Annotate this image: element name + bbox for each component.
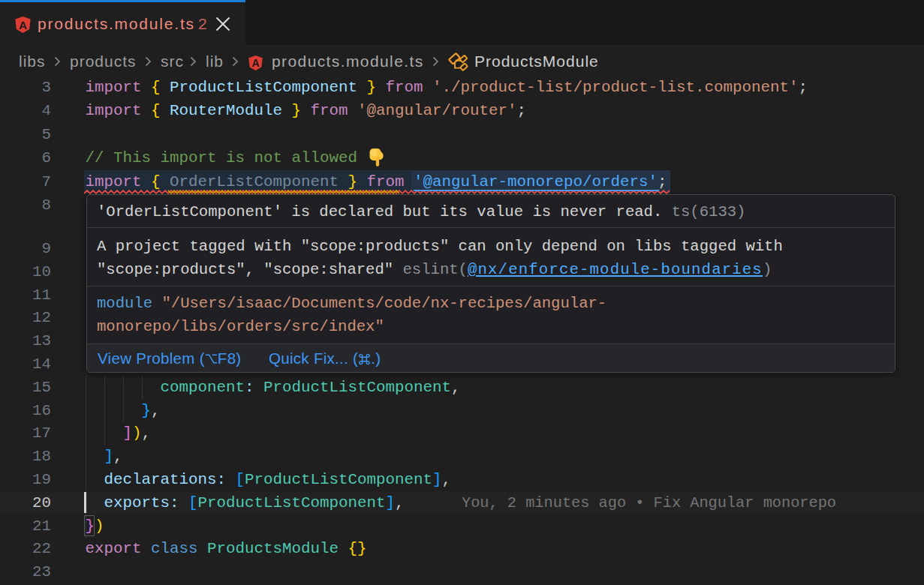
svg-text:A: A (19, 19, 27, 32)
svg-text:A: A (251, 57, 259, 69)
